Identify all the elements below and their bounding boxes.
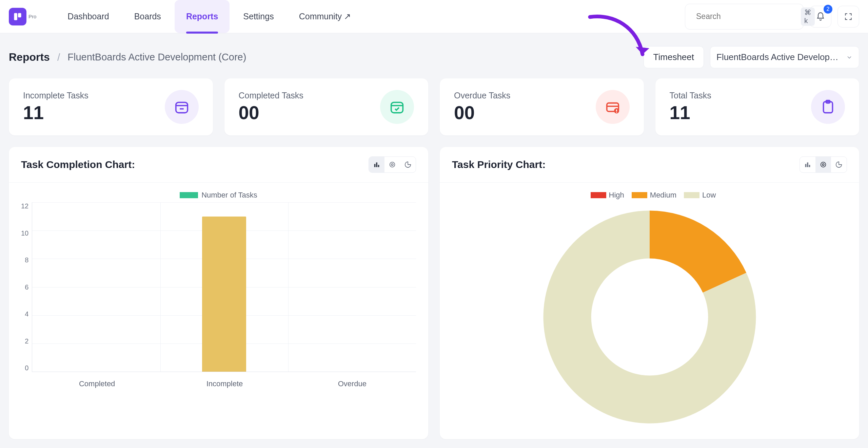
legend-swatch — [632, 192, 647, 198]
donut-chart — [538, 205, 762, 429]
nav-community[interactable]: Community↗ — [288, 0, 362, 33]
notification-badge: 2 — [824, 5, 832, 14]
panel-title: Task Completion Chart: — [21, 159, 135, 170]
x-tick: Incomplete — [161, 379, 288, 388]
legend-label: Number of Tasks — [201, 191, 257, 199]
expand-icon — [844, 12, 853, 21]
x-axis: CompletedIncompleteOverdue — [33, 379, 416, 388]
subhead: Reports / FluentBoards Active Developmen… — [0, 33, 868, 78]
card-label: Total Tasks — [670, 91, 711, 100]
legend-swatch — [180, 192, 198, 198]
y-tick: 10 — [21, 229, 28, 237]
app-logo-icon[interactable] — [9, 8, 26, 25]
card-incomplete: Incomplete Tasks11 — [9, 78, 213, 135]
svg-rect-17 — [376, 163, 377, 167]
card-total: Total Tasks11 — [655, 78, 860, 135]
y-tick: 6 — [25, 283, 28, 291]
bar-chart: 121086420 — [21, 202, 416, 375]
svg-point-25 — [822, 164, 824, 166]
y-tick: 8 — [25, 256, 28, 264]
primary-nav: DashboardBoardsReportsSettingsCommunity↗ — [56, 0, 362, 33]
svg-rect-18 — [378, 165, 379, 167]
y-tick: 2 — [25, 337, 28, 345]
y-tick: 0 — [25, 364, 28, 372]
nav-boards[interactable]: Boards — [123, 0, 173, 33]
search-input[interactable] — [696, 12, 796, 21]
chart-row: Task Completion Chart: Number of Tasks 1… — [0, 135, 868, 439]
timesheet-button[interactable]: Timesheet — [644, 46, 704, 68]
topbar-right: ⌘ k 2 — [685, 4, 859, 30]
external-link-icon: ↗ — [344, 12, 351, 21]
svg-rect-0 — [14, 13, 17, 20]
card-overdue: Overdue Tasks00 — [440, 78, 644, 135]
bar-chart-icon[interactable] — [369, 157, 384, 172]
task-priority-panel: Task Priority Chart: HighMediumLow — [440, 147, 859, 439]
card-value: 00 — [239, 102, 303, 124]
svg-rect-1 — [18, 13, 21, 17]
bar-chart-icon[interactable] — [800, 157, 815, 172]
svg-rect-23 — [809, 165, 810, 167]
donut-chart-icon[interactable] — [384, 157, 400, 172]
donut-chart-icon[interactable] — [815, 157, 831, 172]
pie-chart-icon[interactable] — [831, 157, 847, 172]
x-tick: Completed — [33, 379, 161, 388]
card-label: Incomplete Tasks — [23, 91, 88, 100]
nav-reports[interactable]: Reports — [175, 0, 230, 33]
board-select[interactable]: FluentBoards Active Develop… — [710, 46, 859, 68]
card-label: Overdue Tasks — [454, 91, 510, 100]
svg-point-24 — [821, 162, 826, 167]
nav-dashboard[interactable]: Dashboard — [56, 0, 120, 33]
calendar-check-icon — [380, 90, 414, 124]
task-completion-panel: Task Completion Chart: Number of Tasks 1… — [9, 147, 428, 439]
panel-head: Task Completion Chart: — [9, 147, 428, 183]
panel-body: Number of Tasks 121086420 CompletedIncom… — [9, 183, 428, 398]
svg-rect-4 — [176, 102, 188, 113]
x-tick: Overdue — [289, 379, 416, 388]
bar-incomplete[interactable] — [202, 217, 246, 372]
y-axis: 121086420 — [21, 202, 32, 372]
bar-legend: Number of Tasks — [21, 191, 416, 200]
bell-icon — [816, 12, 825, 21]
svg-rect-21 — [805, 164, 807, 167]
card-value: 11 — [670, 102, 711, 124]
pie-chart-icon[interactable] — [400, 157, 416, 172]
chart-type-segmented-right — [800, 156, 847, 173]
search-box[interactable]: ⌘ k — [685, 4, 804, 30]
legend-swatch — [591, 192, 606, 198]
topbar: Pro DashboardBoardsReportsSettingsCommun… — [0, 0, 868, 33]
breadcrumb-root[interactable]: Reports — [9, 51, 50, 63]
card-value: 11 — [23, 102, 88, 124]
breadcrumb-leaf: FluentBoards Active Development (Core) — [67, 52, 246, 63]
y-tick: 12 — [21, 202, 28, 210]
svg-point-13 — [616, 112, 617, 113]
logo-wrap: Pro — [9, 8, 36, 25]
breadcrumb-sep: / — [57, 52, 60, 63]
svg-point-20 — [391, 164, 393, 166]
legend-label: High — [609, 191, 624, 199]
card-alert-icon — [596, 90, 630, 124]
y-tick: 4 — [25, 310, 28, 318]
subhead-actions: Timesheet FluentBoards Active Develop… — [644, 46, 859, 68]
legend-swatch — [684, 192, 699, 198]
chart-type-segmented-left — [369, 156, 416, 173]
card-value: 00 — [454, 102, 510, 124]
svg-rect-7 — [391, 102, 403, 113]
calendar-minus-icon — [165, 90, 199, 124]
donut-wrap — [452, 205, 847, 429]
svg-point-19 — [390, 162, 395, 167]
panel-head: Task Priority Chart: — [440, 147, 859, 183]
fullscreen-button[interactable] — [837, 6, 859, 27]
panel-title: Task Priority Chart: — [452, 159, 546, 170]
legend-label: Low — [702, 191, 716, 199]
stat-cards: Incomplete Tasks11Completed Tasks00Overd… — [0, 78, 868, 135]
card-completed: Completed Tasks00 — [224, 78, 429, 135]
nav-settings[interactable]: Settings — [232, 0, 285, 33]
svg-rect-16 — [374, 164, 376, 167]
svg-rect-22 — [807, 163, 808, 167]
logo-tag: Pro — [28, 14, 36, 19]
legend-label: Medium — [650, 191, 676, 199]
board-select-value: FluentBoards Active Develop… — [716, 52, 839, 62]
notifications-button[interactable]: 2 — [810, 6, 831, 27]
clipboard-icon — [811, 90, 845, 124]
panel-body: HighMediumLow — [440, 183, 859, 439]
